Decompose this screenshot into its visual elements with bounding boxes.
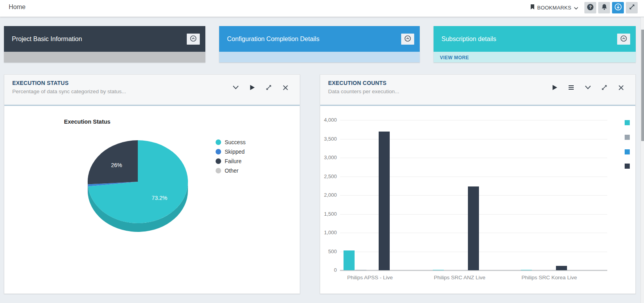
x-axis-category-label: Philips APSS - Live [323, 275, 417, 280]
bar-dark-3[interactable] [556, 266, 567, 270]
chevron-down-icon[interactable] [232, 84, 239, 91]
y-axis-tick-label: 2,000 [320, 192, 337, 198]
widget-title: EXECUTION COUNTS [328, 80, 387, 86]
pie-legend-item-success[interactable]: Success [216, 137, 246, 147]
legend-label: Success [225, 139, 246, 145]
bar-teal-1[interactable] [344, 250, 355, 270]
fullscreen-icon [629, 4, 635, 11]
scrollbar-thumb[interactable] [641, 30, 644, 141]
execution-counts-bar-chart[interactable]: 4,0003,5003,0002,5002,0001,5001,0005000P… [320, 106, 635, 293]
bar-gray-1[interactable] [355, 270, 366, 270]
collapse-button[interactable] [617, 34, 630, 45]
widget-execution-counts: EXECUTION COUNTS Data counters per execu… [320, 74, 636, 294]
expand-icon[interactable] [601, 84, 608, 91]
top-bar-actions: BOOKMARKS ? [530, 1, 638, 14]
panel-title: Subscription details [441, 36, 496, 43]
page-scrollbar[interactable] [640, 17, 644, 303]
panel-title: Configuration Completion Details [227, 36, 319, 43]
collapse-circle-icon [620, 35, 627, 43]
widget-title: EXECUTION STATUS [12, 80, 69, 86]
panel-strip [4, 52, 205, 62]
view-more-link[interactable]: VIEW MORE [440, 55, 469, 60]
y-axis-tick-label: 4,000 [320, 117, 337, 123]
bar-legend-swatch-dark[interactable] [625, 164, 630, 169]
download-button[interactable] [612, 2, 624, 13]
collapse-button[interactable] [187, 34, 200, 45]
download-icon [614, 3, 622, 12]
legend-dot [216, 149, 221, 154]
close-icon[interactable] [282, 84, 289, 91]
widget-subtitle: Data counters per execution... [328, 88, 399, 94]
x-axis-category-label: Philips SRC ANZ Live [412, 275, 507, 280]
bar-dark-2[interactable] [468, 186, 479, 270]
bar-group-3 [521, 266, 567, 270]
y-axis-tick-label: 1,000 [320, 230, 337, 235]
bookmarks-dropdown[interactable]: BOOKMARKS [530, 4, 579, 11]
help-icon: ? [587, 4, 594, 12]
x-axis-category-label: Philips SRC Korea Live [502, 275, 597, 280]
panel-strip [219, 52, 420, 62]
pie-legend-item-failure[interactable]: Failure [216, 156, 246, 166]
widget-header: EXECUTION COUNTS Data counters per execu… [320, 75, 635, 106]
legend-label: Skipped [225, 149, 245, 155]
pie-chart-area: Execution Status 73.2%26% SuccessSkipped… [4, 106, 300, 293]
pie-legend-item-other[interactable]: Other [216, 166, 246, 175]
close-icon[interactable] [618, 84, 624, 91]
panel-header: Project Basic Information [4, 26, 205, 52]
pie-slice-label: 26% [111, 162, 122, 168]
bar-legend-swatch-teal[interactable] [625, 120, 630, 125]
legend-dot [216, 158, 221, 164]
bar-teal-3[interactable] [521, 270, 532, 270]
legend-dot [216, 139, 221, 145]
widget-execution-status: EXECUTION STATUS Percentage of data sync… [4, 74, 300, 294]
page-title: Home [9, 4, 26, 11]
legend-label: Other [225, 167, 238, 174]
pie-legend: SuccessSkippedFailureOther [216, 137, 246, 175]
y-axis-tick-label: 0 [320, 267, 337, 273]
y-axis-tick-label: 2,500 [320, 173, 337, 179]
top-bar: Home BOOKMARKS ? [0, 0, 644, 17]
chevron-down-icon [574, 4, 578, 11]
play-icon[interactable] [249, 84, 255, 91]
legend-label: Failure [225, 158, 242, 164]
bar-group-2 [433, 186, 479, 270]
bar-teal-2[interactable] [433, 270, 444, 270]
svg-text:?: ? [589, 5, 592, 9]
widget-actions [232, 84, 289, 91]
pie-chart-title: Execution Status [64, 119, 111, 125]
fullscreen-button[interactable] [626, 2, 638, 13]
y-axis-tick-label: 3,500 [320, 136, 337, 142]
expand-icon[interactable] [265, 84, 272, 91]
dashboard-page: { "top_bar": { "title": "Home", "bookmar… [0, 0, 644, 303]
collapse-circle-icon [190, 35, 197, 43]
bar-dark-1[interactable] [379, 132, 390, 271]
collapse-circle-icon [404, 35, 411, 43]
panel-subscription-details: Subscription details VIEW MORE [434, 26, 636, 62]
play-icon[interactable] [551, 84, 558, 91]
menu-icon[interactable] [568, 84, 575, 91]
execution-status-pie-chart[interactable]: 73.2%26% [82, 134, 195, 237]
legend-dot [216, 168, 221, 173]
panel-project-basic-information: Project Basic Information [4, 26, 205, 62]
widget-subtitle: Percentage of data sync categorized by s… [12, 88, 126, 94]
panel-header: Configuration Completion Details [219, 26, 420, 52]
bookmark-icon [530, 4, 535, 11]
panel-configuration-completion-details: Configuration Completion Details [219, 26, 420, 62]
widget-actions [551, 84, 624, 91]
bar-group-1 [344, 132, 390, 271]
y-axis-tick-label: 3,000 [320, 154, 337, 160]
collapse-button[interactable] [401, 34, 414, 45]
widget-header: EXECUTION STATUS Percentage of data sync… [4, 75, 300, 106]
bell-icon [601, 4, 608, 12]
help-button[interactable]: ? [584, 2, 596, 13]
bookmarks-label: BOOKMARKS [537, 5, 572, 11]
bar-legend-swatch-blue[interactable] [625, 149, 630, 154]
chevron-down-icon[interactable] [584, 84, 591, 91]
notifications-button[interactable] [598, 2, 610, 13]
pie-legend-item-skipped[interactable]: Skipped [216, 147, 246, 156]
bar-legend-swatch-gray[interactable] [625, 135, 630, 140]
y-axis-tick-label: 1,500 [320, 211, 337, 217]
panel-strip: VIEW MORE [434, 52, 636, 62]
pie-slice-label: 73.2% [152, 195, 167, 201]
y-axis-tick-label: 500 [320, 248, 337, 254]
